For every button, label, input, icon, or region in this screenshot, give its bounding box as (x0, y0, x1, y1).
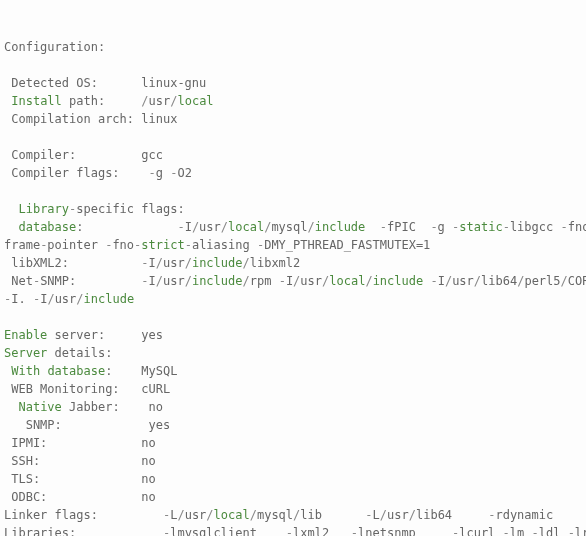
terminal-output: Configuration: Detected OS: linux-gnu In… (4, 38, 582, 536)
